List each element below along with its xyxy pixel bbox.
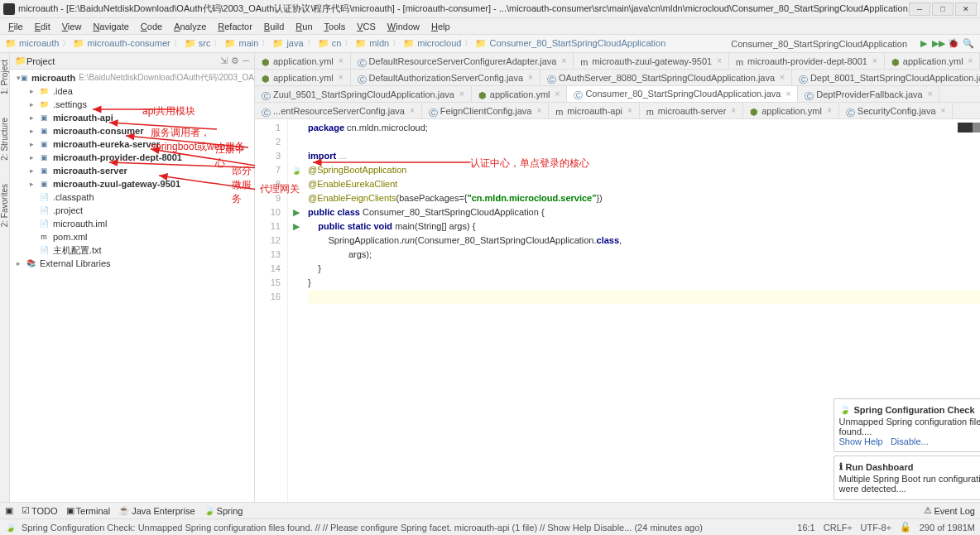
crumb[interactable]: 📁 java [272,38,303,49]
close-icon[interactable]: × [780,73,785,82]
close-icon[interactable]: × [561,56,566,65]
crumb[interactable]: 📁 mldn [355,38,389,49]
collapse-icon[interactable]: ⇲ [220,55,228,66]
tree-item[interactable]: ▸📁.settings [10,98,254,111]
editor-tab[interactable]: ⬢application.yml× [472,86,568,103]
settings-icon[interactable]: ⚙ [231,55,239,66]
hide-icon[interactable]: ─ [243,55,249,66]
close-icon[interactable]: × [528,73,533,82]
tool-tab[interactable]: 2: Structure [0,114,9,164]
editor-tab[interactable]: Ⓒ...entResourceServerConfig.java× [255,103,422,119]
code-line[interactable]: } [308,262,980,276]
code-line[interactable] [308,290,980,304]
menu-view[interactable]: View [59,22,85,31]
notification[interactable]: 🍃Spring Configuration CheckUnmapped Spri… [833,398,980,452]
editor-tab[interactable]: ⒸOAuthServer_8080_StartSpringCloudApplic… [540,70,792,86]
tree-item[interactable]: ▸📁.idea [10,84,254,98]
tree-item[interactable]: ▸▣microauth-eureka-server [10,137,254,151]
editor-tab[interactable]: ⒸConsumer_80_StartSpringCloudApplication… [567,86,798,103]
close-icon[interactable]: × [555,89,560,99]
close-icon[interactable]: × [459,89,464,99]
editor-tab[interactable]: ⒸZuul_9501_StartSpringCloudApplication.j… [255,86,472,103]
crumb[interactable]: 📁 microauth-consumer [73,38,170,49]
run-button[interactable]: ▶ [917,37,930,51]
event-log-tab[interactable]: ⚠ Event Log [924,505,975,516]
close-button[interactable]: ✕ [955,2,977,16]
tree-item[interactable]: ▸▣microauth-api [10,111,254,124]
crumb[interactable]: 📁 src [185,38,211,49]
editor-tab[interactable]: ⒸDept_8001_StartSpringCloudApplication.j… [792,70,980,86]
maximize-button[interactable]: □ [932,2,954,16]
tree-item[interactable]: 📄.project [10,204,254,217]
terminal-tab[interactable]: ▣ Terminal [66,505,111,516]
editor-tab[interactable]: ⒸDeptProviderFallback.java× [798,86,939,103]
menu-window[interactable]: Window [384,22,423,31]
git-icon[interactable]: 🔓 [900,522,911,533]
tree-item[interactable]: 📄microauth.iml [10,217,254,230]
menu-edit[interactable]: Edit [31,22,54,31]
code-line[interactable]: public class Consumer_80_StartSpringClou… [308,205,980,219]
code-line[interactable] [308,135,980,149]
close-icon[interactable]: × [339,73,343,82]
tree-item[interactable]: ▸▣microauth-provider-dept-8001 [10,151,254,164]
tree-item[interactable]: 📄.classpath [10,190,254,204]
notification[interactable]: ℹRun DashboardMultiple Spring Boot run c… [833,455,980,500]
tool-tab[interactable]: 2: Favorites [0,181,9,230]
run-button-2[interactable]: ▶▶ [932,37,945,51]
code-line[interactable]: } [308,276,980,290]
crumb[interactable]: 📁 main [224,38,258,49]
code-line[interactable]: @SpringBootApplication [308,163,980,177]
menu-navigate[interactable]: Navigate [89,22,132,31]
tree-item[interactable]: mpom.xml [10,230,254,243]
close-icon[interactable]: × [536,106,541,115]
crumb[interactable]: 📁 Consumer_80_StartSpringCloudApplicatio… [475,38,665,49]
menu-analyze[interactable]: Analyze [171,22,209,31]
code-line[interactable]: args); [308,248,980,262]
editor-tab[interactable]: ⒸDefaultAuthorizationServerConfig.java× [351,70,540,86]
close-icon[interactable]: × [717,56,722,65]
crumb[interactable]: 📁 microcloud [403,38,461,49]
debug-button[interactable]: 🐞 [947,37,960,51]
editor-tab[interactable]: ⬢application.yml× [743,103,839,119]
close-icon[interactable]: × [785,89,790,99]
tool-tab[interactable]: 1: Project [0,56,9,98]
close-icon[interactable]: × [410,106,415,115]
menu-build[interactable]: Build [261,22,287,31]
messages-icon[interactable]: ▣ [5,505,13,516]
editor-tab[interactable]: ⬢application.yml× [255,70,351,86]
editor-tab[interactable]: ⒸSecurityConfig.java× [839,103,954,119]
memory-indicator[interactable]: 290 of 1981M [920,523,975,533]
tree-item[interactable]: 📄主机配置.txt [10,243,254,257]
menu-help[interactable]: Help [428,22,454,31]
editor-tab[interactable]: mmicroauth-provider-dept-8001× [729,53,885,70]
tree-root[interactable]: ▾▣microauthE:\BaiduNetdiskDownload\OAuth… [10,71,254,84]
menu-tools[interactable]: Tools [321,22,349,31]
editor-tab[interactable]: mmicroauth-api× [549,103,639,119]
close-icon[interactable]: × [731,106,736,115]
tree-item[interactable]: ▸▣microauth-consumer [10,124,254,137]
spring-tab[interactable]: 🍃 Spring [204,505,243,516]
code-line[interactable]: package cn.mldn.microcloud; [308,121,980,135]
project-tree[interactable]: ▾▣microauthE:\BaiduNetdiskDownload\OAuth… [10,70,254,502]
editor-tab[interactable]: mmicroauth-zuul-gateway-9501× [574,53,729,70]
close-icon[interactable]: × [872,56,877,65]
file-encoding[interactable]: UTF-8÷ [861,523,891,533]
editor-tab[interactable]: ⒸFeignClientConfig.java× [422,103,550,119]
minimize-button[interactable]: ─ [909,2,930,16]
todo-tab[interactable]: ☑ TODO [22,505,58,516]
menu-file[interactable]: File [5,22,26,31]
close-icon[interactable]: × [827,106,832,115]
close-icon[interactable]: × [968,56,973,65]
crumb[interactable]: 📁 cn [318,38,342,49]
menu-run[interactable]: Run [292,22,315,31]
close-icon[interactable]: × [928,89,933,99]
close-icon[interactable]: × [339,56,343,65]
notif-link[interactable]: Disable... [891,436,929,446]
search-icon[interactable]: 🔍 [962,37,975,51]
tree-item[interactable]: ▸▣microauth-server [10,164,254,177]
crumb[interactable]: 📁 microauth [5,38,59,49]
code-line[interactable]: SpringApplication.run(Consumer_80_StartS… [308,234,980,248]
editor-tab[interactable]: ⬢application.yml× [885,53,980,70]
menu-vcs[interactable]: VCS [353,22,379,31]
line-separator[interactable]: CRLF÷ [824,523,853,533]
